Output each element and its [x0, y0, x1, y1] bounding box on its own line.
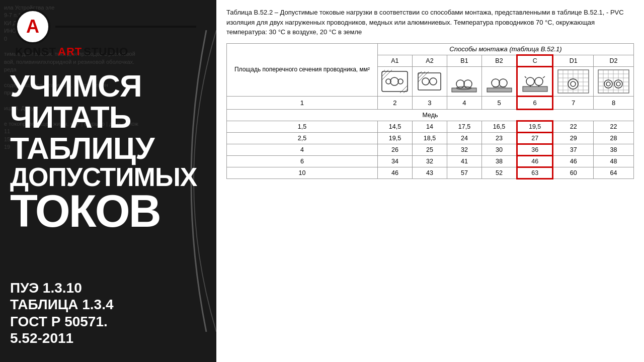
logo-studio: STUDIO — [84, 45, 128, 58]
val-10-D2: 64 — [594, 167, 634, 178]
area-6: 6 — [227, 155, 378, 167]
val-4-D1: 37 — [553, 144, 594, 155]
logo-text-row: KONST ART STUDIO — [15, 45, 128, 58]
col-num-3: 3 — [412, 96, 447, 109]
val-6-A1: 34 — [377, 155, 412, 167]
val-2.5-B2: 23 — [481, 132, 517, 144]
category-copper-row: Медь — [227, 109, 634, 121]
col-num-2: 2 — [377, 96, 412, 109]
logo-line — [55, 26, 196, 28]
bottom-line1: ПУЭ 1.3.10 — [10, 280, 114, 297]
area-header-cell: Площадь поперечного сечения проводника, … — [227, 43, 378, 96]
area-10: 10 — [227, 167, 378, 178]
val-4-B1: 32 — [447, 144, 481, 155]
area-header-text: Площадь поперечного сечения проводника, … — [234, 66, 370, 73]
svg-point-1 — [390, 77, 398, 85]
svg-point-11 — [430, 78, 437, 85]
val-2.5-D2: 28 — [594, 132, 634, 144]
svg-rect-15 — [452, 88, 476, 92]
icon-A1 — [377, 66, 412, 96]
val-2.5-A2: 18,5 — [412, 132, 447, 144]
val-2.5-B1: 24 — [447, 132, 481, 144]
val-1.5-A2: 14 — [412, 121, 447, 132]
col-B1: B1 — [447, 55, 481, 66]
col-num-8: 8 — [594, 96, 634, 109]
val-2.5-C: 27 — [517, 132, 553, 144]
svg-line-5 — [382, 70, 388, 76]
description-text: Таблица В.52.2 – Допустимые токовые нагр… — [226, 8, 634, 37]
svg-rect-43 — [598, 70, 629, 93]
val-1.5-B2: 16,5 — [481, 121, 517, 132]
icon-D1 — [553, 66, 594, 96]
val-10-D1: 60 — [553, 167, 594, 178]
val-6-C: 46 — [517, 155, 553, 167]
heading-line1: УЧИМСЯ — [10, 70, 211, 102]
right-panel: Таблица В.52.2 – Допустимые токовые нагр… — [216, 0, 644, 362]
area-1.5: 1,5 — [227, 121, 378, 132]
col-num-6: 6 — [517, 96, 553, 109]
bottom-line3: ГОСТ Р 50571. — [10, 313, 114, 330]
val-1.5-C: 19,5 — [517, 121, 553, 132]
col-B2: B2 — [481, 55, 517, 66]
col-numbers-row: 1 2 3 4 5 6 7 8 — [227, 96, 634, 109]
val-1.5-D2: 22 — [594, 121, 634, 132]
svg-point-56 — [614, 80, 622, 88]
methods-header-text: Способы монтажа (таблица В.52.1) — [449, 45, 561, 53]
col-A2: A2 — [412, 55, 447, 66]
bottom-reference: ПУЭ 1.3.10 ТАБЛИЦА 1.3.4 ГОСТ Р 50571. 5… — [10, 280, 114, 347]
svg-point-41 — [568, 79, 578, 89]
val-6-B1: 41 — [447, 155, 481, 167]
val-10-A1: 46 — [377, 167, 412, 178]
logo-art: ART — [58, 45, 82, 58]
svg-point-20 — [492, 79, 500, 87]
methods-header-cell: Способы монтажа (таблица В.52.1) — [377, 43, 633, 55]
svg-point-24 — [526, 77, 534, 85]
val-4-A1: 26 — [377, 144, 412, 155]
val-2.5-D1: 29 — [553, 132, 594, 144]
logo-konst: KONST — [15, 45, 56, 58]
val-4-C: 36 — [517, 144, 553, 155]
val-4-D2: 38 — [594, 144, 634, 155]
svg-point-10 — [422, 78, 429, 85]
table-row: 10 46 43 57 52 63 60 64 — [227, 167, 634, 178]
svg-line-13 — [418, 71, 425, 78]
area-2.5: 2,5 — [227, 132, 378, 144]
category-copper-cell: Медь — [227, 109, 634, 121]
col-num-7: 7 — [553, 96, 594, 109]
val-10-A2: 43 — [412, 167, 447, 178]
val-1.5-B1: 17,5 — [447, 121, 481, 132]
col-num-1: 1 — [227, 96, 378, 109]
val-4-B2: 30 — [481, 144, 517, 155]
heading-line4: ТОКОВ — [10, 190, 211, 233]
icon-B1 — [447, 66, 481, 96]
val-6-A2: 32 — [412, 155, 447, 167]
main-table: Площадь поперечного сечения проводника, … — [226, 43, 634, 179]
val-6-B2: 38 — [481, 155, 517, 167]
logo-circle: A — [15, 9, 50, 44]
svg-line-29 — [543, 76, 545, 78]
bottom-line4: 5.52-2011 — [10, 330, 114, 347]
icon-B2 — [481, 66, 517, 96]
svg-point-25 — [535, 77, 543, 85]
svg-point-21 — [499, 79, 507, 87]
col-num-4: 4 — [447, 96, 481, 109]
category-copper-text: Медь — [422, 112, 438, 119]
val-6-D1: 46 — [553, 155, 594, 167]
col-D1: D1 — [553, 55, 594, 66]
val-1.5-D1: 22 — [553, 121, 594, 132]
area-4: 4 — [227, 144, 378, 155]
left-panel: ила Устройства эле 9-7 п.1.3.1 КИ ДЛЯ ПР… — [0, 0, 216, 362]
col-C: C — [517, 55, 553, 66]
logo-letter: A — [26, 16, 39, 37]
heading-line2: ЧИТАТЬ ТАБЛИЦУ — [10, 102, 211, 164]
icon-D2 — [594, 66, 634, 96]
main-heading: УЧИМСЯ ЧИТАТЬ ТАБЛИЦУ ДОПУСТИМЫХ ТОКОВ — [10, 70, 211, 233]
val-6-D2: 48 — [594, 155, 634, 167]
svg-rect-19 — [487, 88, 512, 92]
col-num-5: 5 — [481, 96, 517, 109]
bottom-line2: ТАБЛИЦА 1.3.4 — [10, 296, 114, 313]
val-10-B1: 57 — [447, 167, 481, 178]
table-row: 2,5 19,5 18,5 24 23 27 29 28 — [227, 132, 634, 144]
val-10-B2: 52 — [481, 167, 517, 178]
table-row: 4 26 25 32 30 36 37 38 — [227, 144, 634, 155]
